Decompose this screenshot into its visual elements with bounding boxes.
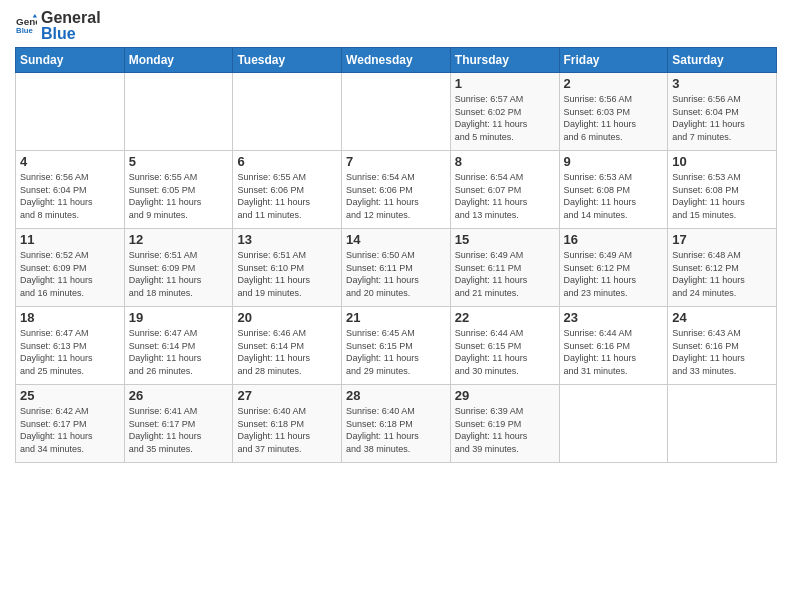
day-info: Sunrise: 6:51 AM Sunset: 6:09 PM Dayligh… bbox=[129, 249, 229, 299]
calendar-body: 1Sunrise: 6:57 AM Sunset: 6:02 PM Daylig… bbox=[16, 73, 777, 463]
day-info: Sunrise: 6:47 AM Sunset: 6:13 PM Dayligh… bbox=[20, 327, 120, 377]
day-info: Sunrise: 6:41 AM Sunset: 6:17 PM Dayligh… bbox=[129, 405, 229, 455]
logo-blue-text: Blue bbox=[41, 26, 101, 42]
day-number: 28 bbox=[346, 388, 446, 403]
calendar-cell: 3Sunrise: 6:56 AM Sunset: 6:04 PM Daylig… bbox=[668, 73, 777, 151]
calendar-cell: 29Sunrise: 6:39 AM Sunset: 6:19 PM Dayli… bbox=[450, 385, 559, 463]
calendar-cell: 28Sunrise: 6:40 AM Sunset: 6:18 PM Dayli… bbox=[342, 385, 451, 463]
calendar-cell: 4Sunrise: 6:56 AM Sunset: 6:04 PM Daylig… bbox=[16, 151, 125, 229]
day-number: 6 bbox=[237, 154, 337, 169]
calendar-cell: 14Sunrise: 6:50 AM Sunset: 6:11 PM Dayli… bbox=[342, 229, 451, 307]
day-number: 24 bbox=[672, 310, 772, 325]
calendar-cell: 23Sunrise: 6:44 AM Sunset: 6:16 PM Dayli… bbox=[559, 307, 668, 385]
day-number: 29 bbox=[455, 388, 555, 403]
day-info: Sunrise: 6:50 AM Sunset: 6:11 PM Dayligh… bbox=[346, 249, 446, 299]
calendar-cell bbox=[16, 73, 125, 151]
weekday-header-sunday: Sunday bbox=[16, 48, 125, 73]
day-info: Sunrise: 6:56 AM Sunset: 6:04 PM Dayligh… bbox=[672, 93, 772, 143]
day-info: Sunrise: 6:56 AM Sunset: 6:03 PM Dayligh… bbox=[564, 93, 664, 143]
day-number: 11 bbox=[20, 232, 120, 247]
calendar-week-4: 18Sunrise: 6:47 AM Sunset: 6:13 PM Dayli… bbox=[16, 307, 777, 385]
day-number: 26 bbox=[129, 388, 229, 403]
weekday-header-monday: Monday bbox=[124, 48, 233, 73]
calendar-table: SundayMondayTuesdayWednesdayThursdayFrid… bbox=[15, 47, 777, 463]
day-info: Sunrise: 6:44 AM Sunset: 6:16 PM Dayligh… bbox=[564, 327, 664, 377]
day-info: Sunrise: 6:55 AM Sunset: 6:05 PM Dayligh… bbox=[129, 171, 229, 221]
day-info: Sunrise: 6:45 AM Sunset: 6:15 PM Dayligh… bbox=[346, 327, 446, 377]
calendar-cell: 2Sunrise: 6:56 AM Sunset: 6:03 PM Daylig… bbox=[559, 73, 668, 151]
calendar-cell bbox=[124, 73, 233, 151]
day-number: 1 bbox=[455, 76, 555, 91]
weekday-header-saturday: Saturday bbox=[668, 48, 777, 73]
day-number: 20 bbox=[237, 310, 337, 325]
calendar-week-3: 11Sunrise: 6:52 AM Sunset: 6:09 PM Dayli… bbox=[16, 229, 777, 307]
day-info: Sunrise: 6:40 AM Sunset: 6:18 PM Dayligh… bbox=[346, 405, 446, 455]
day-info: Sunrise: 6:53 AM Sunset: 6:08 PM Dayligh… bbox=[564, 171, 664, 221]
day-info: Sunrise: 6:55 AM Sunset: 6:06 PM Dayligh… bbox=[237, 171, 337, 221]
svg-text:Blue: Blue bbox=[16, 26, 33, 35]
calendar-header: SundayMondayTuesdayWednesdayThursdayFrid… bbox=[16, 48, 777, 73]
logo: General Blue General Blue bbox=[15, 10, 101, 42]
day-info: Sunrise: 6:54 AM Sunset: 6:07 PM Dayligh… bbox=[455, 171, 555, 221]
day-info: Sunrise: 6:42 AM Sunset: 6:17 PM Dayligh… bbox=[20, 405, 120, 455]
calendar-cell: 15Sunrise: 6:49 AM Sunset: 6:11 PM Dayli… bbox=[450, 229, 559, 307]
logo-general-text: General bbox=[41, 10, 101, 26]
calendar-cell: 7Sunrise: 6:54 AM Sunset: 6:06 PM Daylig… bbox=[342, 151, 451, 229]
calendar-week-5: 25Sunrise: 6:42 AM Sunset: 6:17 PM Dayli… bbox=[16, 385, 777, 463]
calendar-week-1: 1Sunrise: 6:57 AM Sunset: 6:02 PM Daylig… bbox=[16, 73, 777, 151]
weekday-header-friday: Friday bbox=[559, 48, 668, 73]
calendar-cell bbox=[342, 73, 451, 151]
calendar-cell: 22Sunrise: 6:44 AM Sunset: 6:15 PM Dayli… bbox=[450, 307, 559, 385]
day-number: 12 bbox=[129, 232, 229, 247]
day-number: 8 bbox=[455, 154, 555, 169]
calendar-cell: 13Sunrise: 6:51 AM Sunset: 6:10 PM Dayli… bbox=[233, 229, 342, 307]
day-number: 2 bbox=[564, 76, 664, 91]
day-info: Sunrise: 6:43 AM Sunset: 6:16 PM Dayligh… bbox=[672, 327, 772, 377]
day-info: Sunrise: 6:51 AM Sunset: 6:10 PM Dayligh… bbox=[237, 249, 337, 299]
day-number: 14 bbox=[346, 232, 446, 247]
calendar-cell: 9Sunrise: 6:53 AM Sunset: 6:08 PM Daylig… bbox=[559, 151, 668, 229]
calendar-cell: 10Sunrise: 6:53 AM Sunset: 6:08 PM Dayli… bbox=[668, 151, 777, 229]
day-info: Sunrise: 6:49 AM Sunset: 6:11 PM Dayligh… bbox=[455, 249, 555, 299]
calendar-cell: 24Sunrise: 6:43 AM Sunset: 6:16 PM Dayli… bbox=[668, 307, 777, 385]
weekday-header-tuesday: Tuesday bbox=[233, 48, 342, 73]
day-number: 27 bbox=[237, 388, 337, 403]
calendar-cell bbox=[559, 385, 668, 463]
day-info: Sunrise: 6:49 AM Sunset: 6:12 PM Dayligh… bbox=[564, 249, 664, 299]
weekday-header-wednesday: Wednesday bbox=[342, 48, 451, 73]
day-number: 17 bbox=[672, 232, 772, 247]
day-info: Sunrise: 6:56 AM Sunset: 6:04 PM Dayligh… bbox=[20, 171, 120, 221]
calendar-cell bbox=[233, 73, 342, 151]
day-number: 25 bbox=[20, 388, 120, 403]
calendar-cell: 11Sunrise: 6:52 AM Sunset: 6:09 PM Dayli… bbox=[16, 229, 125, 307]
calendar-cell: 12Sunrise: 6:51 AM Sunset: 6:09 PM Dayli… bbox=[124, 229, 233, 307]
calendar-cell: 17Sunrise: 6:48 AM Sunset: 6:12 PM Dayli… bbox=[668, 229, 777, 307]
calendar-cell: 20Sunrise: 6:46 AM Sunset: 6:14 PM Dayli… bbox=[233, 307, 342, 385]
day-info: Sunrise: 6:47 AM Sunset: 6:14 PM Dayligh… bbox=[129, 327, 229, 377]
day-info: Sunrise: 6:53 AM Sunset: 6:08 PM Dayligh… bbox=[672, 171, 772, 221]
calendar-cell: 16Sunrise: 6:49 AM Sunset: 6:12 PM Dayli… bbox=[559, 229, 668, 307]
calendar-cell: 8Sunrise: 6:54 AM Sunset: 6:07 PM Daylig… bbox=[450, 151, 559, 229]
day-number: 23 bbox=[564, 310, 664, 325]
day-number: 22 bbox=[455, 310, 555, 325]
calendar-cell: 27Sunrise: 6:40 AM Sunset: 6:18 PM Dayli… bbox=[233, 385, 342, 463]
day-info: Sunrise: 6:40 AM Sunset: 6:18 PM Dayligh… bbox=[237, 405, 337, 455]
calendar-cell bbox=[668, 385, 777, 463]
calendar-cell: 5Sunrise: 6:55 AM Sunset: 6:05 PM Daylig… bbox=[124, 151, 233, 229]
day-info: Sunrise: 6:46 AM Sunset: 6:14 PM Dayligh… bbox=[237, 327, 337, 377]
calendar-cell: 19Sunrise: 6:47 AM Sunset: 6:14 PM Dayli… bbox=[124, 307, 233, 385]
day-number: 5 bbox=[129, 154, 229, 169]
page-container: General Blue General Blue SundayMondayTu… bbox=[0, 0, 792, 468]
day-info: Sunrise: 6:54 AM Sunset: 6:06 PM Dayligh… bbox=[346, 171, 446, 221]
day-info: Sunrise: 6:52 AM Sunset: 6:09 PM Dayligh… bbox=[20, 249, 120, 299]
day-number: 16 bbox=[564, 232, 664, 247]
calendar-week-2: 4Sunrise: 6:56 AM Sunset: 6:04 PM Daylig… bbox=[16, 151, 777, 229]
day-number: 9 bbox=[564, 154, 664, 169]
day-number: 18 bbox=[20, 310, 120, 325]
day-number: 15 bbox=[455, 232, 555, 247]
day-number: 13 bbox=[237, 232, 337, 247]
calendar-cell: 25Sunrise: 6:42 AM Sunset: 6:17 PM Dayli… bbox=[16, 385, 125, 463]
day-info: Sunrise: 6:57 AM Sunset: 6:02 PM Dayligh… bbox=[455, 93, 555, 143]
day-info: Sunrise: 6:44 AM Sunset: 6:15 PM Dayligh… bbox=[455, 327, 555, 377]
day-number: 10 bbox=[672, 154, 772, 169]
